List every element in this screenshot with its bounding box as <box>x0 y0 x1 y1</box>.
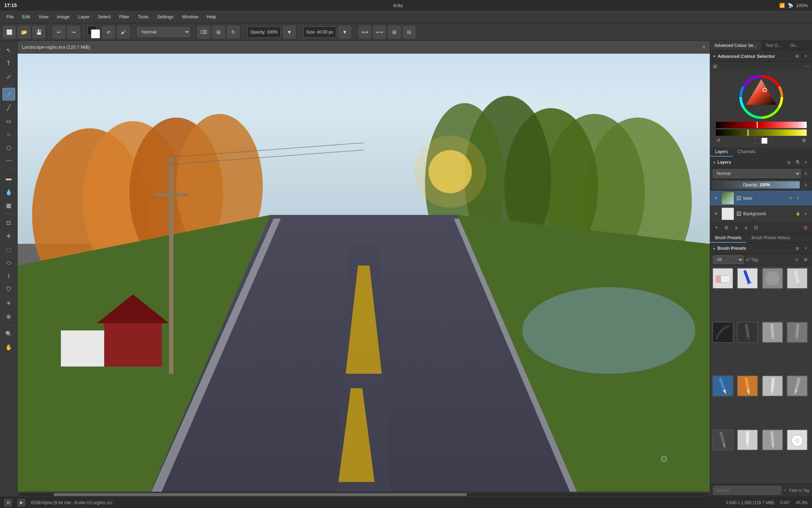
ellipse-tool[interactable]: ○ <box>2 128 15 141</box>
brush-close-btn[interactable]: × <box>802 245 809 252</box>
rect-tool[interactable]: ▭ <box>2 115 15 127</box>
layers-close-btn[interactable]: × <box>802 159 809 166</box>
brush-float-btn[interactable]: ⊞ <box>794 245 801 252</box>
sub-tab-layers[interactable]: Layers <box>710 147 733 157</box>
canvas-close-btn[interactable]: × <box>702 44 706 50</box>
save-document-btn[interactable]: 💾 <box>32 26 45 38</box>
mirror-h-btn[interactable]: ⟺ <box>358 26 371 38</box>
contiguous-sel-tool[interactable]: ✳ <box>2 297 15 309</box>
filter-in-tag-check[interactable]: ✓ <box>783 488 787 493</box>
redo-btn[interactable]: ↪ <box>67 26 80 38</box>
layer-lock-btn-bg[interactable]: 🔒 <box>794 210 801 217</box>
colour-options-icon[interactable]: ⋯ <box>804 64 809 69</box>
menu-view[interactable]: View <box>35 13 52 21</box>
pan-tool[interactable]: ✋ <box>2 341 15 353</box>
refresh-btn[interactable]: ↻ <box>227 26 240 38</box>
transform-tool[interactable]: ⤢ <box>2 71 15 83</box>
similar-sel-tool[interactable]: ⊕ <box>2 310 15 323</box>
sub-tab-brush-history[interactable]: Brush Preset History <box>746 234 795 243</box>
copy-layer-btn[interactable]: ⧉ <box>723 224 730 231</box>
colour-wheel-area[interactable]: ↺ ⚙ <box>710 71 812 147</box>
hscroll-thumb[interactable] <box>54 493 467 496</box>
move-tool[interactable]: ↖ <box>2 44 15 56</box>
freehand-sel-tool[interactable]: ⌇ <box>2 270 15 283</box>
menu-tools[interactable]: Tools <box>134 13 152 21</box>
layer-copy-btn-base[interactable]: ⧉ <box>787 195 794 202</box>
line-tool[interactable]: ╱ <box>2 101 15 114</box>
brush-tool[interactable] <box>2 88 15 101</box>
brush-preset-ink-dark[interactable] <box>737 322 758 343</box>
move-layer-up-btn[interactable]: ∧ <box>743 224 750 231</box>
layers-filter-btn[interactable]: ⚗ <box>794 159 801 166</box>
add-layer-btn[interactable]: + <box>713 224 720 231</box>
brush-preset-grey-3[interactable] <box>787 322 808 343</box>
menu-settings[interactable]: Settings <box>153 13 177 21</box>
brush-filter-select[interactable]: All Inking Painting Sketching <box>713 255 744 264</box>
ellipse-sel-tool[interactable]: ⬭ <box>2 256 15 269</box>
tab-advanced-colour[interactable]: Advanced Colour Se... <box>710 41 761 50</box>
status-anim-btn[interactable]: ▶ <box>18 499 25 507</box>
layer-alpha-btn-bg[interactable]: α <box>802 210 809 217</box>
menu-layer[interactable]: Layer <box>74 13 93 21</box>
brush-preset-pencil-white2[interactable] <box>762 375 783 397</box>
opacity-options-btn[interactable]: ≡ <box>802 181 809 188</box>
gradient-tool[interactable]: ▦ <box>2 199 15 212</box>
menu-image[interactable]: Image <box>53 13 73 21</box>
brush-grid-toggle[interactable]: ⊞ <box>802 256 809 263</box>
layers-blend-mode-select[interactable]: Normal Multiply Screen Overlay <box>713 169 801 178</box>
sub-tab-brush-presets[interactable]: Brush Presets <box>710 234 746 243</box>
brush-preset-pencil-orange[interactable] <box>737 375 758 397</box>
brush-preset-pencil-grey[interactable] <box>787 375 808 397</box>
undo-btn[interactable]: ↩ <box>53 26 65 38</box>
brush-preset-pen-white[interactable] <box>787 268 808 289</box>
tab-tool-options[interactable]: Tool O... <box>761 41 786 50</box>
brush-tag-icon[interactable]: 🏷 Tag <box>746 257 758 262</box>
layer-item-base[interactable]: 👁 🖼 base ⧉ α ↓ <box>710 190 812 206</box>
fill-tool[interactable]: ▬ <box>2 172 15 185</box>
layer-visibility-bg[interactable]: 👁 <box>713 211 719 217</box>
open-document-btn[interactable]: 📂 <box>18 26 30 38</box>
rect-sel-tool[interactable]: ⬚ <box>2 243 15 256</box>
menu-file[interactable]: File <box>3 13 17 21</box>
status-frame-btn[interactable]: ⊟ <box>4 499 12 507</box>
menu-filter[interactable]: Filter <box>116 13 133 21</box>
canvas-settings-btn[interactable]: ⊟ <box>403 26 416 38</box>
brush-preset-pencil-dark[interactable] <box>712 429 733 450</box>
brush-view-toggle[interactable]: ≡ <box>793 256 800 263</box>
delete-layer-btn[interactable]: 🗑 <box>802 224 809 231</box>
brush-preset-bristles-1[interactable] <box>712 322 733 343</box>
sub-tab-channels[interactable]: Channels <box>733 147 761 157</box>
brush-preset-grey-2[interactable] <box>762 322 783 343</box>
canvas-hscroll[interactable] <box>18 492 710 497</box>
wrap-btn[interactable]: ⊞ <box>388 26 401 38</box>
polygon-tool[interactable]: ⬠ <box>2 141 15 154</box>
fg-bg-color-btn[interactable] <box>87 26 100 38</box>
polyline-tool[interactable]: 〰 <box>2 155 15 168</box>
layers-float-btn[interactable]: ⊞ <box>785 159 792 166</box>
colour-refresh-icon[interactable]: ↺ <box>716 138 720 144</box>
hscroll-track[interactable] <box>19 493 708 496</box>
brush-search-input[interactable] <box>713 486 781 495</box>
brush-preset-eraser-2[interactable] <box>787 429 808 450</box>
colour-close-btn[interactable]: × <box>802 53 809 60</box>
poly-sel-tool[interactable]: ⛉ <box>2 283 15 296</box>
brush-preset-ink-blue[interactable] <box>737 268 758 289</box>
swap-colors-btn[interactable]: ⇄ <box>102 26 115 38</box>
blend-mode-select[interactable]: Normal Multiply Screen Overlay <box>137 27 190 37</box>
zoom-tool[interactable]: 🔍 <box>2 327 15 340</box>
colour-wheel-svg[interactable] <box>738 74 784 120</box>
move-sel-tool[interactable]: ✛ <box>2 230 15 242</box>
new-document-btn[interactable]: ⬜ <box>3 26 16 38</box>
layer-item-background[interactable]: 👁 🖼 Background 🔒 α <box>710 206 812 222</box>
opacity-bar[interactable]: Opacity: 100% <box>713 181 800 189</box>
colour-float-btn[interactable]: ⊞ <box>794 53 801 60</box>
brush-preset-grey-basic[interactable] <box>762 268 783 289</box>
layer-visibility-base[interactable]: 👁 <box>713 195 719 201</box>
menu-help[interactable]: Help <box>203 13 220 21</box>
colour-config-icon[interactable]: ⚙ <box>802 138 806 144</box>
brush-preset-pencil-white3[interactable] <box>737 429 758 450</box>
colour-grid-icon[interactable]: ⊞ <box>713 64 717 69</box>
layer-alpha-btn-base[interactable]: α <box>794 195 801 202</box>
menu-select[interactable]: Select <box>94 13 114 21</box>
text-tool[interactable]: T <box>2 57 15 70</box>
